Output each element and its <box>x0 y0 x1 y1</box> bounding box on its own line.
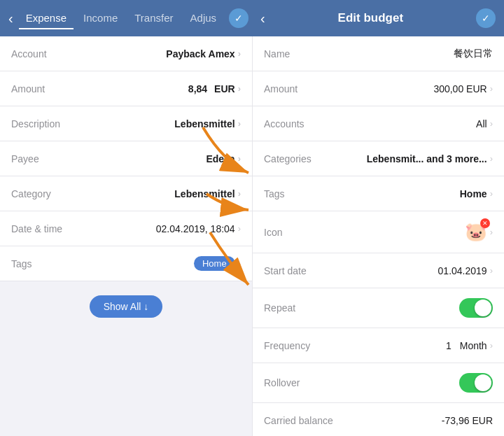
budget-categories-row[interactable]: Categories Lebensmit... and 3 more... › <box>253 141 504 176</box>
budget-form: Name 餐饮日常 Amount 300,00 EUR › Accounts A… <box>252 36 504 436</box>
budget-rollover-value <box>327 373 493 393</box>
payee-value: Edeka › <box>81 153 241 164</box>
budget-carried-balance-row: Carried balance -73,96 EUR <box>253 403 504 436</box>
left-panel-back-icon[interactable]: ‹ <box>8 10 13 27</box>
transaction-tabs: Expense Income Transfer Adjus <box>19 8 223 29</box>
show-all-section: Show All ↓ <box>0 281 252 332</box>
budget-amount-label: Amount <box>264 83 327 94</box>
tags-label: Tags <box>11 258 81 269</box>
budget-repeat-label: Repeat <box>264 302 327 314</box>
tab-adjus[interactable]: Adjus <box>183 8 224 29</box>
rollover-toggle[interactable] <box>459 373 493 393</box>
app-header: ‹ Expense Income Transfer Adjus ✓ <box>0 0 504 36</box>
page-title: Edit budget <box>265 11 476 25</box>
payee-label: Payee <box>11 153 81 164</box>
budget-start-date-chevron-icon: › <box>490 265 493 276</box>
right-panel-back-icon[interactable]: ‹ <box>260 10 265 27</box>
budget-icon-row[interactable]: Icon 🐷 ✕ › <box>253 211 504 253</box>
amount-label: Amount <box>11 83 81 94</box>
budget-carried-balance-value: -73,96 EUR <box>333 415 493 426</box>
category-value: Lebensmittel › <box>81 188 241 199</box>
budget-tags-value: Home › <box>327 188 493 199</box>
datetime-row[interactable]: Date & time 02.04.2019, 18:04 › <box>0 211 252 246</box>
account-label: Account <box>11 48 81 59</box>
description-row[interactable]: Description Lebensmittel › <box>0 106 252 141</box>
pig-icon-container: 🐷 ✕ <box>465 221 487 243</box>
tags-value: Home › <box>81 256 241 271</box>
budget-rollover-row: Rollover <box>253 363 504 403</box>
budget-icon-label: Icon <box>264 227 327 238</box>
budget-accounts-chevron-icon: › <box>490 118 493 129</box>
icon-remove-badge: ✕ <box>480 218 490 228</box>
account-row[interactable]: Account Payback Amex › <box>0 36 252 71</box>
budget-name-label: Name <box>264 48 327 59</box>
budget-icon-value: 🐷 ✕ › <box>327 221 493 243</box>
budget-icon-chevron-icon: › <box>490 227 493 237</box>
repeat-toggle[interactable] <box>459 298 493 318</box>
payee-chevron-icon: › <box>238 153 241 164</box>
budget-name-row[interactable]: Name 餐饮日常 <box>253 36 504 71</box>
budget-tags-label: Tags <box>264 188 327 199</box>
description-value: Lebensmittel › <box>81 118 241 129</box>
budget-start-date-value: 01.04.2019 › <box>327 265 493 276</box>
budget-repeat-row: Repeat <box>253 288 504 328</box>
budget-categories-label: Categories <box>264 153 327 164</box>
budget-tags-row[interactable]: Tags Home › <box>253 176 504 211</box>
budget-accounts-label: Accounts <box>264 118 327 129</box>
budget-tags-chevron-icon: › <box>490 188 493 199</box>
budget-rollover-label: Rollover <box>264 377 327 388</box>
right-panel-confirm-button[interactable]: ✓ <box>476 8 496 28</box>
budget-frequency-label: Frequency <box>264 340 446 351</box>
payee-row[interactable]: Payee Edeka › <box>0 141 252 176</box>
budget-categories-value: Lebensmit... and 3 more... › <box>327 153 493 164</box>
amount-chevron-icon: › <box>238 83 241 94</box>
category-chevron-icon: › <box>238 188 241 199</box>
budget-amount-row[interactable]: Amount 300,00 EUR › <box>253 71 504 106</box>
budget-start-date-label: Start date <box>264 265 327 276</box>
home-tag-badge: Home <box>194 256 235 271</box>
tags-row[interactable]: Tags Home › <box>0 246 252 281</box>
amount-row[interactable]: Amount 8,84 EUR › <box>0 71 252 106</box>
show-all-button[interactable]: Show All ↓ <box>90 295 163 318</box>
tab-expense[interactable]: Expense <box>19 8 74 29</box>
account-value: Payback Amex › <box>81 48 241 59</box>
amount-value: 8,84 EUR › <box>81 83 241 94</box>
budget-accounts-row[interactable]: Accounts All › <box>253 106 504 141</box>
description-chevron-icon: › <box>238 118 241 129</box>
left-panel-confirm-button[interactable]: ✓ <box>229 8 248 28</box>
tags-chevron-icon: › <box>238 258 241 269</box>
budget-frequency-unit: Month <box>460 340 487 351</box>
description-label: Description <box>11 118 81 129</box>
account-chevron-icon: › <box>238 48 241 59</box>
budget-frequency-number: 1 <box>446 340 451 351</box>
budget-categories-chevron-icon: › <box>490 153 493 164</box>
tab-transfer[interactable]: Transfer <box>127 8 180 29</box>
budget-carried-balance-label: Carried balance <box>264 415 333 426</box>
category-row[interactable]: Category Lebensmittel › <box>0 176 252 211</box>
datetime-value: 02.04.2019, 18:04 › <box>81 223 241 234</box>
datetime-chevron-icon: › <box>238 223 241 234</box>
budget-frequency-row[interactable]: Frequency 1 Month › <box>253 328 504 363</box>
category-label: Category <box>11 188 81 199</box>
budget-repeat-value <box>327 298 493 318</box>
budget-name-value: 餐饮日常 <box>327 48 493 60</box>
transaction-form: Account Payback Amex › Amount 8,84 EUR ›… <box>0 36 252 436</box>
tab-income[interactable]: Income <box>76 8 125 29</box>
budget-amount-chevron-icon: › <box>490 83 493 94</box>
budget-amount-value: 300,00 EUR › <box>327 83 493 94</box>
budget-accounts-value: All › <box>327 118 493 129</box>
budget-frequency-chevron-icon: › <box>490 340 493 351</box>
budget-start-date-row[interactable]: Start date 01.04.2019 › <box>253 253 504 288</box>
datetime-label: Date & time <box>11 223 81 234</box>
